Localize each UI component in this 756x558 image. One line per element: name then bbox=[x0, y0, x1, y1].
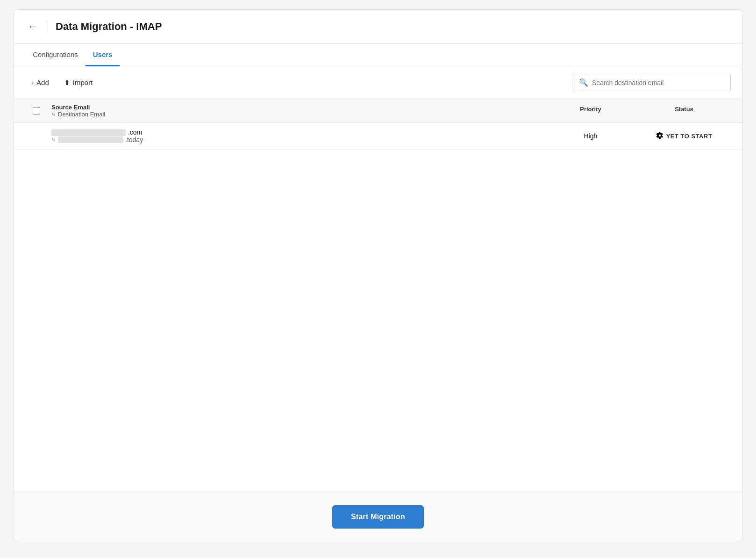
tab-configurations[interactable]: Configurations bbox=[25, 44, 86, 66]
page-container: ← Data Migration - IMAP Configurations U… bbox=[14, 9, 742, 542]
status-value: YET TO START bbox=[637, 132, 731, 141]
gear-svg-icon bbox=[656, 132, 663, 139]
destination-arrow-icon: ⤷ bbox=[51, 111, 56, 118]
status-text: YET TO START bbox=[666, 133, 713, 140]
tab-users[interactable]: Users bbox=[86, 44, 120, 66]
priority-header: Priority bbox=[544, 99, 637, 122]
destination-email-header: ⤷ Destination Email bbox=[51, 111, 540, 118]
row-email-group: .com ⤷ .today bbox=[48, 123, 544, 149]
tabs-container: Configurations Users bbox=[14, 44, 742, 66]
back-arrow-icon: ← bbox=[28, 21, 38, 32]
back-button[interactable]: ← bbox=[25, 19, 40, 34]
search-icon: 🔍 bbox=[579, 78, 588, 87]
start-migration-button[interactable]: Start Migration bbox=[332, 505, 424, 529]
dest-email-suffix: .today bbox=[125, 136, 143, 143]
table-header: Source Email ⤷ Destination Email Priorit… bbox=[14, 99, 742, 123]
add-icon: + Add bbox=[31, 79, 49, 86]
dest-arrow-icon: ⤷ bbox=[51, 136, 56, 143]
status-gear-icon bbox=[656, 132, 663, 141]
search-container: 🔍 bbox=[572, 74, 731, 91]
add-button[interactable]: + Add bbox=[25, 76, 55, 89]
source-email-suffix: .com bbox=[128, 129, 142, 136]
import-button[interactable]: ⬆ Import bbox=[58, 76, 99, 90]
header: ← Data Migration - IMAP bbox=[14, 10, 742, 44]
import-label: Import bbox=[73, 79, 93, 86]
dest-email-blurred bbox=[58, 136, 123, 143]
toolbar-left: + Add ⬆ Import bbox=[25, 76, 98, 90]
status-header: Status bbox=[637, 99, 731, 122]
page-title: Data Migration - IMAP bbox=[56, 21, 162, 33]
table-body: .com ⤷ .today High YET TO START bbox=[14, 123, 742, 321]
header-checkbox-cell bbox=[25, 99, 48, 122]
content-spacer bbox=[14, 321, 742, 492]
source-email-blurred bbox=[51, 129, 126, 136]
select-all-checkbox[interactable] bbox=[33, 107, 40, 114]
toolbar: + Add ⬆ Import 🔍 bbox=[14, 66, 742, 99]
destination-email-value: ⤷ .today bbox=[51, 136, 540, 143]
search-input[interactable] bbox=[592, 79, 724, 86]
import-icon: ⬆ bbox=[64, 79, 70, 87]
table-row: .com ⤷ .today High YET TO START bbox=[14, 123, 742, 150]
table-container: Source Email ⤷ Destination Email Priorit… bbox=[14, 99, 742, 321]
header-email-group: Source Email ⤷ Destination Email bbox=[48, 99, 544, 122]
source-email-value: .com bbox=[51, 129, 540, 136]
priority-value: High bbox=[544, 132, 637, 140]
header-divider bbox=[48, 20, 48, 33]
footer: Start Migration bbox=[14, 492, 742, 542]
source-email-header: Source Email bbox=[51, 104, 540, 111]
